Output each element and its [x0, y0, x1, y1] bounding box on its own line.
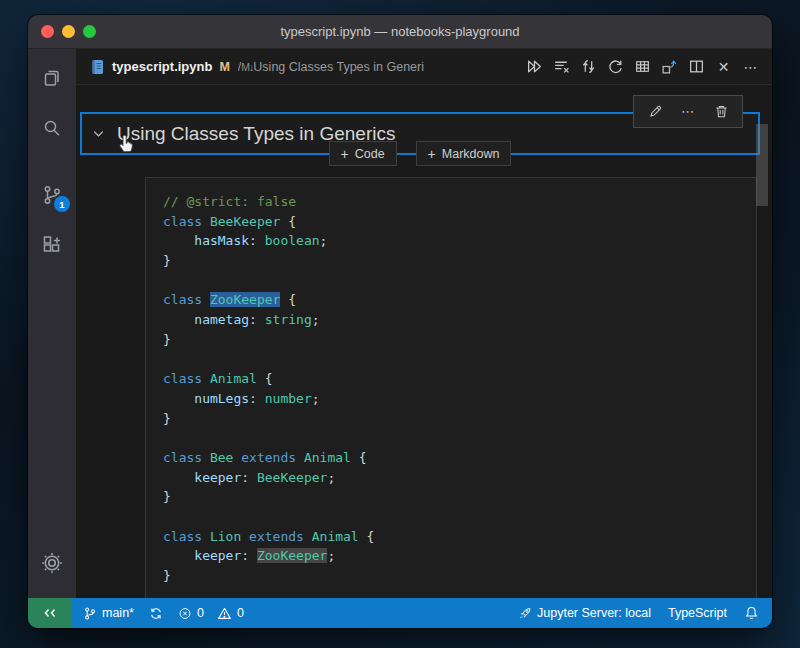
code-line: class BeeKeeper {	[163, 212, 756, 232]
export-button[interactable]	[656, 54, 683, 80]
manage-button[interactable]	[28, 538, 76, 588]
warning-icon	[217, 606, 232, 621]
sidebar-item-search[interactable]	[28, 103, 76, 153]
rocket-icon	[518, 606, 532, 621]
modified-badge: M	[219, 60, 229, 74]
code-line: // @strict: false	[163, 192, 756, 212]
window-title: typescript.ipynb — notebooks-playground	[280, 24, 519, 39]
sidebar-item-source-control[interactable]: 1	[28, 170, 76, 220]
plus-icon: +	[341, 146, 349, 162]
split-editor-button[interactable]	[683, 54, 710, 80]
hand-cursor	[117, 133, 137, 157]
code-line	[163, 350, 756, 370]
remote-indicator[interactable]	[28, 598, 72, 628]
add-code-cell-button[interactable]: + Code	[329, 141, 397, 166]
error-icon	[178, 606, 192, 621]
code-line	[163, 271, 756, 291]
breadcrumb[interactable]: /M↓Using Classes Types in Generi	[238, 60, 424, 74]
code-line: }	[163, 330, 756, 350]
clear-outputs-button[interactable]	[548, 54, 575, 80]
code-line	[163, 428, 756, 448]
delete-cell-button[interactable]	[709, 100, 733, 124]
plus-icon: +	[428, 146, 436, 162]
code-line: }	[163, 487, 756, 507]
code-line: class Bee extends Animal {	[163, 448, 756, 468]
code-line	[163, 507, 756, 527]
activity-bar: 1	[28, 49, 76, 598]
extensions-icon	[40, 233, 64, 257]
notifications-bell[interactable]	[744, 605, 759, 621]
more-actions-icon[interactable]: ⋯	[737, 54, 764, 80]
notebook-toolbar: typescript.ipynb M /M↓Using Classes Type…	[76, 49, 772, 85]
notebook-file-icon	[90, 59, 105, 75]
vscode-window: typescript.ipynb — notebooks-playground	[28, 15, 772, 628]
gear-icon	[39, 550, 65, 576]
problems-indicator[interactable]: 0 0	[178, 606, 244, 621]
code-line: keeper: ZooKeeper;	[163, 546, 756, 566]
code-cell[interactable]: // @strict: falseclass BeeKeeper { hasMa…	[145, 177, 757, 598]
code-line: numLegs: number;	[163, 389, 756, 409]
code-line: hasMask: boolean;	[163, 231, 756, 251]
code-line: class Lion extends Animal {	[163, 527, 756, 547]
warning-count: 0	[237, 606, 244, 620]
code-line: keeper: BeeKeeper;	[163, 468, 756, 488]
remote-icon	[42, 605, 58, 621]
jupyter-server-indicator[interactable]: Jupyter Server: local	[518, 606, 651, 621]
restart-kernel-button[interactable]	[575, 54, 602, 80]
code-line: nametag: string;	[163, 310, 756, 330]
code-editor[interactable]: // @strict: falseclass BeeKeeper { hasMa…	[146, 178, 756, 586]
sync-icon	[149, 606, 163, 621]
git-branch-icon	[83, 606, 97, 621]
files-icon	[40, 66, 64, 90]
sidebar-item-extensions[interactable]	[28, 220, 76, 270]
scm-badge: 1	[54, 196, 70, 212]
run-all-button[interactable]	[521, 54, 548, 80]
code-line: class ZooKeeper {	[163, 290, 756, 310]
add-markdown-cell-button[interactable]: + Markdown	[416, 141, 512, 166]
zoom-window-button[interactable]	[83, 25, 96, 38]
code-line: }	[163, 409, 756, 429]
sync-button[interactable]	[149, 606, 163, 621]
restart-button[interactable]	[602, 54, 629, 80]
language-mode-indicator[interactable]: TypeScript	[668, 606, 727, 620]
search-icon	[40, 116, 64, 140]
insert-cell-row: + Code + Markdown	[80, 141, 760, 166]
cell-more-actions-button[interactable]: ⋯	[676, 100, 700, 124]
tab-file-name[interactable]: typescript.ipynb	[112, 59, 212, 74]
bell-icon	[744, 605, 759, 621]
title-bar[interactable]: typescript.ipynb — notebooks-playground	[28, 15, 772, 49]
status-bar: main* 0	[28, 598, 772, 628]
code-line: }	[163, 566, 756, 586]
branch-indicator[interactable]: main*	[83, 606, 134, 621]
markdown-cell-glyph: M↓	[241, 61, 253, 73]
variables-button[interactable]	[629, 54, 656, 80]
code-line: class Animal {	[163, 369, 756, 389]
traffic-lights	[41, 15, 96, 48]
close-icon[interactable]: ✕	[710, 54, 737, 80]
notebook-editor: Using Classes Types in Generics ⋯	[76, 85, 772, 598]
chevron-down-icon[interactable]	[91, 126, 106, 141]
minimize-window-button[interactable]	[62, 25, 75, 38]
error-count: 0	[197, 606, 204, 620]
close-window-button[interactable]	[41, 25, 54, 38]
code-line: }	[163, 251, 756, 271]
cell-hover-toolbar: ⋯	[633, 95, 743, 128]
edit-cell-button[interactable]	[643, 100, 667, 124]
sidebar-item-explorer[interactable]	[28, 53, 76, 103]
